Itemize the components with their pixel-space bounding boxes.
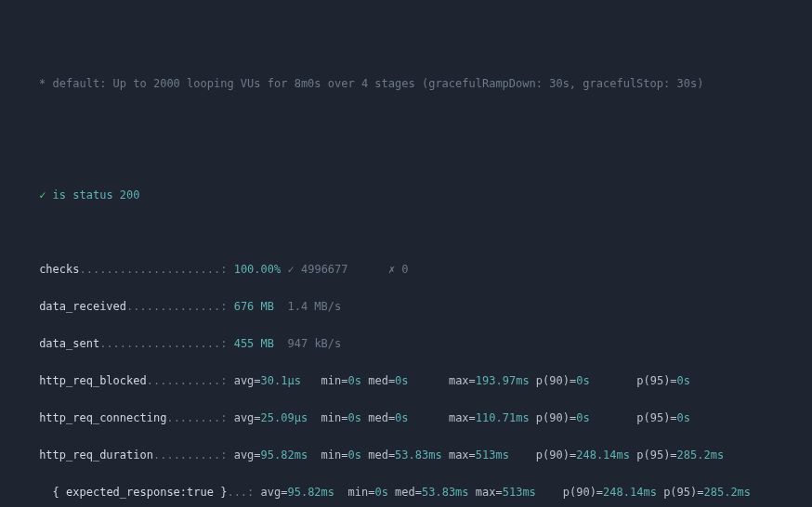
- metric-duration: http_req_duration..........: avg=95.82ms…: [6, 446, 805, 464]
- metric-expected-response: { expected_response:true }...: avg=95.82…: [6, 483, 805, 501]
- check-icon: ✓: [39, 188, 46, 202]
- metric-data-received: data_received..............: 676 MB 1.4 …: [6, 297, 805, 316]
- status-label: is status 200: [53, 188, 140, 202]
- metric-data-sent: data_sent..................: 455 MB 947 …: [6, 334, 805, 353]
- metric-blocked: http_req_blocked...........: avg=30.1µs …: [6, 371, 805, 390]
- blank: [6, 149, 805, 167]
- metric-connecting: http_req_connecting........: avg=25.09µs…: [6, 409, 805, 427]
- blank: [6, 111, 805, 130]
- metric-checks: checks.....................: 100.00% ✓ 4…: [6, 260, 805, 279]
- terminal-output: * default: Up to 2000 looping VUs for 8m…: [0, 56, 812, 507]
- blank: [6, 223, 805, 241]
- status-check-line: ✓ is status 200: [6, 186, 805, 204]
- scenario-default-line: * default: Up to 2000 looping VUs for 8m…: [6, 74, 805, 93]
